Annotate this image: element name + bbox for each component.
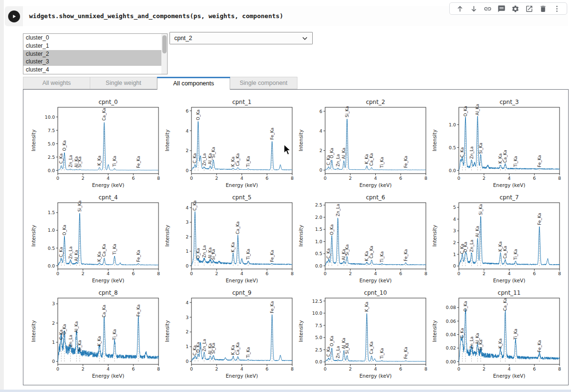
cluster-listbox[interactable]: cluster_0cluster_1cluster_2cluster_3clus… bbox=[23, 33, 168, 74]
svg-text:K_Ka: K_Ka bbox=[364, 302, 369, 312]
svg-text:Fe_Ka: Fe_Ka bbox=[136, 304, 141, 316]
svg-text:cpnt_8: cpnt_8 bbox=[98, 289, 117, 296]
more-options-icon[interactable] bbox=[551, 3, 562, 14]
settings-icon[interactable] bbox=[510, 3, 520, 14]
svg-text:2: 2 bbox=[52, 320, 55, 326]
svg-text:Energy (keV): Energy (keV) bbox=[226, 278, 258, 283]
svg-text:O_Ka: O_Ka bbox=[62, 225, 67, 235]
svg-text:Fe_Ka: Fe_Ka bbox=[537, 155, 542, 167]
svg-text:6: 6 bbox=[265, 271, 268, 276]
svg-text:3: 3 bbox=[52, 301, 55, 306]
svg-text:0: 0 bbox=[56, 175, 59, 181]
svg-text:Energy (keV): Energy (keV) bbox=[92, 373, 125, 379]
svg-text:0: 0 bbox=[56, 271, 59, 276]
svg-text:K_Ka: K_Ka bbox=[498, 339, 503, 349]
svg-text:2: 2 bbox=[319, 148, 322, 153]
svg-text:Ti_Ka: Ti_Ka bbox=[112, 329, 117, 340]
cell-toolbar bbox=[449, 2, 567, 15]
svg-text:0: 0 bbox=[186, 359, 189, 364]
svg-text:Ca_Ka: Ca_Ka bbox=[102, 305, 106, 318]
listbox-scrollbar[interactable] bbox=[161, 34, 167, 74]
tab-all-components[interactable]: All components bbox=[157, 77, 230, 90]
svg-text:0.5: 0.5 bbox=[449, 145, 456, 150]
svg-text:4: 4 bbox=[319, 128, 322, 134]
svg-text:Intensity: Intensity bbox=[432, 130, 437, 152]
cluster-option-cluster_2[interactable]: cluster_2 bbox=[23, 50, 167, 58]
svg-text:C_Ka: C_Ka bbox=[192, 153, 197, 164]
svg-text:Si_Ka: Si_Ka bbox=[345, 106, 349, 117]
svg-text:Ca_Ka: Ca_Ka bbox=[369, 153, 374, 166]
svg-text:K_Ka: K_Ka bbox=[364, 154, 369, 164]
svg-text:cpnt_6: cpnt_6 bbox=[366, 194, 385, 201]
play-button-area bbox=[5, 6, 23, 26]
svg-text:2.5: 2.5 bbox=[315, 347, 322, 352]
svg-text:Si_Ka: Si_Ka bbox=[345, 244, 349, 255]
svg-text:Al_Ka: Al_Ka bbox=[74, 321, 79, 333]
cluster-option-cluster_0[interactable]: cluster_0 bbox=[23, 34, 167, 42]
svg-text:0: 0 bbox=[190, 271, 193, 276]
listbox-scrollbar-thumb[interactable] bbox=[162, 35, 167, 53]
svg-text:Ti_Ka: Ti_Ka bbox=[112, 156, 117, 167]
component-dropdown[interactable]: cpnt_2 bbox=[169, 32, 313, 44]
svg-text:Zn_La: Zn_La bbox=[469, 337, 474, 349]
svg-text:Energy (keV): Energy (keV) bbox=[226, 182, 258, 188]
svg-text:Energy (keV): Energy (keV) bbox=[92, 278, 125, 283]
svg-text:Ti_Ka: Ti_Ka bbox=[380, 348, 384, 360]
tab-all-weights[interactable]: All weights bbox=[23, 77, 90, 89]
svg-text:O_Ka: O_Ka bbox=[196, 342, 201, 352]
move-cell-down-icon[interactable] bbox=[468, 3, 479, 14]
copy-link-icon[interactable] bbox=[482, 3, 493, 14]
cluster-option-cluster_4[interactable]: cluster_4 bbox=[23, 66, 167, 74]
svg-text:K_Ka: K_Ka bbox=[231, 345, 235, 355]
svg-text:0.0: 0.0 bbox=[48, 263, 55, 268]
svg-text:6: 6 bbox=[186, 108, 189, 113]
svg-text:4: 4 bbox=[186, 205, 189, 210]
svg-text:Energy (keV): Energy (keV) bbox=[493, 373, 526, 379]
svg-text:4: 4 bbox=[374, 271, 377, 276]
comment-icon[interactable] bbox=[496, 3, 507, 14]
svg-text:0.04: 0.04 bbox=[446, 332, 456, 337]
svg-text:8: 8 bbox=[424, 175, 427, 181]
svg-text:C_Ka: C_Ka bbox=[326, 248, 331, 259]
delete-cell-icon[interactable] bbox=[538, 3, 548, 14]
svg-text:4: 4 bbox=[106, 175, 109, 181]
subplot-cpnt_4: cpnt_402468Energy (keV)0.00.51.01.5Inten… bbox=[29, 191, 163, 287]
tab-single-weight[interactable]: Single weight bbox=[90, 77, 157, 89]
tab-single-component[interactable]: Single component bbox=[230, 77, 297, 89]
svg-text:K_Ka: K_Ka bbox=[231, 156, 235, 166]
svg-text:0: 0 bbox=[56, 366, 59, 371]
svg-text:2: 2 bbox=[453, 240, 456, 245]
svg-text:8: 8 bbox=[291, 366, 294, 371]
cluster-option-cluster_3[interactable]: cluster_3 bbox=[23, 58, 167, 66]
subplot-cpnt_5: cpnt_502468Energy (keV)01234IntensityC_K… bbox=[163, 191, 296, 287]
svg-text:Ca_Ka: Ca_Ka bbox=[369, 246, 374, 258]
svg-text:Ti_Ka: Ti_Ka bbox=[513, 249, 518, 260]
svg-text:8: 8 bbox=[424, 366, 427, 371]
svg-text:Ti_Ka: Ti_Ka bbox=[513, 329, 518, 340]
svg-text:Si_Ka: Si_Ka bbox=[211, 147, 216, 158]
move-cell-up-icon[interactable] bbox=[455, 3, 465, 14]
svg-text:Ca_Ka: Ca_Ka bbox=[102, 108, 106, 121]
svg-text:K_Ka: K_Ka bbox=[498, 241, 503, 251]
svg-text:Ti_Ka: Ti_Ka bbox=[380, 157, 384, 168]
svg-text:8: 8 bbox=[558, 271, 561, 276]
open-in-new-icon[interactable] bbox=[524, 3, 534, 14]
svg-text:4: 4 bbox=[508, 271, 510, 276]
svg-text:1: 1 bbox=[186, 248, 189, 254]
svg-text:C_Ka: C_Ka bbox=[460, 328, 465, 339]
svg-text:7.5: 7.5 bbox=[315, 323, 322, 328]
svg-text:4: 4 bbox=[508, 175, 510, 181]
svg-text:cpnt_4: cpnt_4 bbox=[98, 194, 117, 201]
cluster-option-cluster_1[interactable]: cluster_1 bbox=[23, 42, 167, 50]
subplot-cpnt_9: cpnt_902468Energy (keV)01234IntensityC_K… bbox=[163, 287, 296, 382]
svg-text:4: 4 bbox=[106, 366, 109, 371]
subplot-cpnt_1: cpnt_102468Energy (keV)0246IntensityC_Ka… bbox=[163, 96, 296, 191]
svg-text:C_Ka: C_Ka bbox=[326, 346, 331, 357]
subplot-cpnt_7: cpnt_702468Energy (keV)012345IntensityC_… bbox=[430, 191, 564, 287]
subplot-cpnt_2: cpnt_202468Energy (keV)0246IntensityC_Ka… bbox=[296, 96, 430, 191]
svg-text:8: 8 bbox=[558, 175, 561, 181]
svg-text:Intensity: Intensity bbox=[432, 320, 437, 342]
run-cell-button[interactable] bbox=[8, 10, 20, 22]
svg-text:Ca_Ka: Ca_Ka bbox=[235, 221, 240, 234]
svg-text:cpnt_3: cpnt_3 bbox=[499, 99, 518, 105]
